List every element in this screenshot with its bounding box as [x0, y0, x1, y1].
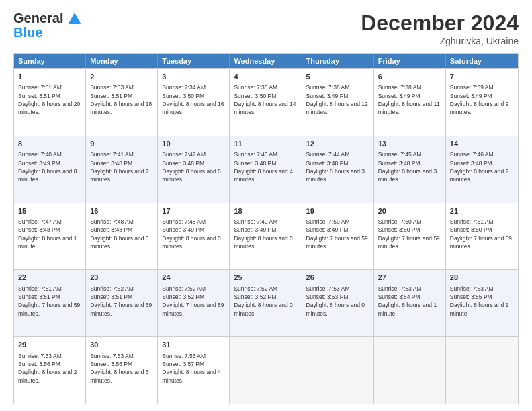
day-number: 17 — [162, 206, 225, 216]
day-number: 19 — [306, 206, 369, 216]
day-number: 26 — [306, 273, 369, 283]
day-details: Sunrise: 7:36 AM Sunset: 3:49 PM Dayligh… — [306, 83, 369, 116]
empty-cell — [446, 337, 518, 404]
header-day-saturday: Saturday — [446, 54, 518, 68]
day-cell-9: 9Sunrise: 7:41 AM Sunset: 3:48 PM Daylig… — [86, 136, 158, 203]
day-cell-30: 30Sunrise: 7:53 AM Sunset: 3:56 PM Dayli… — [86, 337, 158, 404]
day-number: 2 — [90, 72, 153, 82]
day-details: Sunrise: 7:48 AM Sunset: 3:49 PM Dayligh… — [162, 218, 225, 250]
day-number: 18 — [234, 206, 297, 216]
day-cell-7: 7Sunrise: 7:39 AM Sunset: 3:49 PM Daylig… — [446, 69, 518, 136]
day-number: 13 — [378, 139, 441, 149]
day-number: 16 — [90, 206, 153, 216]
day-cell-13: 13Sunrise: 7:45 AM Sunset: 3:48 PM Dayli… — [374, 136, 446, 203]
day-details: Sunrise: 7:48 AM Sunset: 3:48 PM Dayligh… — [90, 218, 153, 250]
day-number: 24 — [162, 273, 225, 283]
day-number: 25 — [234, 273, 297, 283]
calendar-body: 1Sunrise: 7:31 AM Sunset: 3:51 PM Daylig… — [14, 68, 518, 404]
day-cell-11: 11Sunrise: 7:43 AM Sunset: 3:48 PM Dayli… — [230, 136, 302, 203]
header-day-sunday: Sunday — [14, 54, 86, 68]
title-section: December 2024 Zghurivka, Ukraine — [361, 11, 519, 46]
day-details: Sunrise: 7:49 AM Sunset: 3:49 PM Dayligh… — [234, 218, 297, 250]
day-details: Sunrise: 7:45 AM Sunset: 3:48 PM Dayligh… — [378, 150, 441, 183]
day-cell-31: 31Sunrise: 7:53 AM Sunset: 3:57 PM Dayli… — [158, 337, 230, 404]
day-details: Sunrise: 7:51 AM Sunset: 3:50 PM Dayligh… — [450, 218, 514, 250]
day-number: 14 — [450, 139, 514, 149]
day-details: Sunrise: 7:52 AM Sunset: 3:51 PM Dayligh… — [90, 285, 153, 318]
day-cell-26: 26Sunrise: 7:53 AM Sunset: 3:53 PM Dayli… — [302, 270, 374, 336]
day-details: Sunrise: 7:53 AM Sunset: 3:53 PM Dayligh… — [306, 285, 369, 318]
day-cell-18: 18Sunrise: 7:49 AM Sunset: 3:49 PM Dayli… — [230, 203, 302, 270]
day-details: Sunrise: 7:53 AM Sunset: 3:57 PM Dayligh… — [162, 352, 225, 385]
day-number: 3 — [162, 72, 225, 82]
location: Zghurivka, Ukraine — [361, 36, 519, 46]
calendar-row-3: 15Sunrise: 7:47 AM Sunset: 3:48 PM Dayli… — [14, 203, 518, 270]
day-number: 12 — [306, 139, 369, 149]
day-number: 7 — [450, 72, 514, 82]
logo-general: General — [13, 11, 63, 26]
day-cell-19: 19Sunrise: 7:50 AM Sunset: 3:49 PM Dayli… — [302, 203, 374, 270]
calendar-header: SundayMondayTuesdayWednesdayThursdayFrid… — [14, 54, 518, 68]
day-details: Sunrise: 7:53 AM Sunset: 3:56 PM Dayligh… — [18, 352, 81, 385]
day-details: Sunrise: 7:43 AM Sunset: 3:48 PM Dayligh… — [234, 150, 297, 183]
day-cell-22: 22Sunrise: 7:51 AM Sunset: 3:51 PM Dayli… — [14, 270, 86, 336]
day-number: 28 — [450, 273, 514, 283]
day-details: Sunrise: 7:33 AM Sunset: 3:51 PM Dayligh… — [90, 83, 153, 116]
day-details: Sunrise: 7:38 AM Sunset: 3:49 PM Dayligh… — [378, 83, 441, 116]
day-number: 23 — [90, 273, 153, 283]
day-number: 5 — [306, 72, 369, 82]
day-details: Sunrise: 7:44 AM Sunset: 3:48 PM Dayligh… — [306, 150, 369, 183]
day-details: Sunrise: 7:52 AM Sunset: 3:52 PM Dayligh… — [162, 285, 225, 318]
day-cell-5: 5Sunrise: 7:36 AM Sunset: 3:49 PM Daylig… — [302, 69, 374, 136]
day-details: Sunrise: 7:50 AM Sunset: 3:49 PM Dayligh… — [306, 218, 369, 250]
logo-blue: Blue — [13, 25, 42, 40]
day-number: 27 — [378, 273, 441, 283]
day-number: 8 — [18, 139, 81, 149]
day-cell-25: 25Sunrise: 7:52 AM Sunset: 3:52 PM Dayli… — [230, 270, 302, 336]
day-details: Sunrise: 7:41 AM Sunset: 3:48 PM Dayligh… — [90, 150, 153, 183]
day-cell-10: 10Sunrise: 7:42 AM Sunset: 3:48 PM Dayli… — [158, 136, 230, 203]
day-details: Sunrise: 7:53 AM Sunset: 3:54 PM Dayligh… — [378, 285, 441, 318]
day-details: Sunrise: 7:50 AM Sunset: 3:50 PM Dayligh… — [378, 218, 441, 250]
day-number: 31 — [162, 340, 225, 350]
day-details: Sunrise: 7:53 AM Sunset: 3:55 PM Dayligh… — [450, 285, 514, 318]
page: General Blue December 2024 Zghurivka, Uk… — [0, 0, 532, 411]
month-title: December 2024 — [361, 11, 519, 36]
day-number: 20 — [378, 206, 441, 216]
header-day-tuesday: Tuesday — [158, 54, 230, 68]
day-cell-29: 29Sunrise: 7:53 AM Sunset: 3:56 PM Dayli… — [14, 337, 86, 404]
calendar-row-4: 22Sunrise: 7:51 AM Sunset: 3:51 PM Dayli… — [14, 269, 518, 336]
empty-cell — [302, 337, 374, 404]
day-details: Sunrise: 7:35 AM Sunset: 3:50 PM Dayligh… — [234, 83, 297, 116]
logo-icon — [67, 11, 82, 26]
empty-cell — [374, 337, 446, 404]
day-number: 6 — [378, 72, 441, 82]
day-number: 1 — [18, 72, 81, 82]
day-number: 30 — [90, 340, 153, 350]
day-details: Sunrise: 7:40 AM Sunset: 3:49 PM Dayligh… — [18, 150, 81, 183]
calendar-row-1: 1Sunrise: 7:31 AM Sunset: 3:51 PM Daylig… — [14, 68, 518, 136]
calendar-row-2: 8Sunrise: 7:40 AM Sunset: 3:49 PM Daylig… — [14, 136, 518, 203]
day-cell-6: 6Sunrise: 7:38 AM Sunset: 3:49 PM Daylig… — [374, 69, 446, 136]
day-number: 22 — [18, 273, 81, 283]
day-cell-3: 3Sunrise: 7:34 AM Sunset: 3:50 PM Daylig… — [158, 69, 230, 136]
header-day-monday: Monday — [86, 54, 158, 68]
day-number: 29 — [18, 340, 81, 350]
calendar: SundayMondayTuesdayWednesdayThursdayFrid… — [13, 53, 519, 404]
day-number: 15 — [18, 206, 81, 216]
header-day-friday: Friday — [374, 54, 446, 68]
day-number: 11 — [234, 139, 297, 149]
day-cell-2: 2Sunrise: 7:33 AM Sunset: 3:51 PM Daylig… — [86, 69, 158, 136]
logo: General Blue — [13, 11, 82, 40]
day-cell-14: 14Sunrise: 7:46 AM Sunset: 3:48 PM Dayli… — [446, 136, 518, 203]
day-number: 9 — [90, 139, 153, 149]
day-details: Sunrise: 7:52 AM Sunset: 3:52 PM Dayligh… — [234, 285, 297, 318]
day-details: Sunrise: 7:42 AM Sunset: 3:48 PM Dayligh… — [162, 150, 225, 183]
header-day-thursday: Thursday — [302, 54, 374, 68]
day-cell-20: 20Sunrise: 7:50 AM Sunset: 3:50 PM Dayli… — [374, 203, 446, 270]
day-number: 4 — [234, 72, 297, 82]
day-cell-8: 8Sunrise: 7:40 AM Sunset: 3:49 PM Daylig… — [14, 136, 86, 203]
empty-cell — [230, 337, 302, 404]
day-cell-16: 16Sunrise: 7:48 AM Sunset: 3:48 PM Dayli… — [86, 203, 158, 270]
day-details: Sunrise: 7:51 AM Sunset: 3:51 PM Dayligh… — [18, 285, 81, 318]
